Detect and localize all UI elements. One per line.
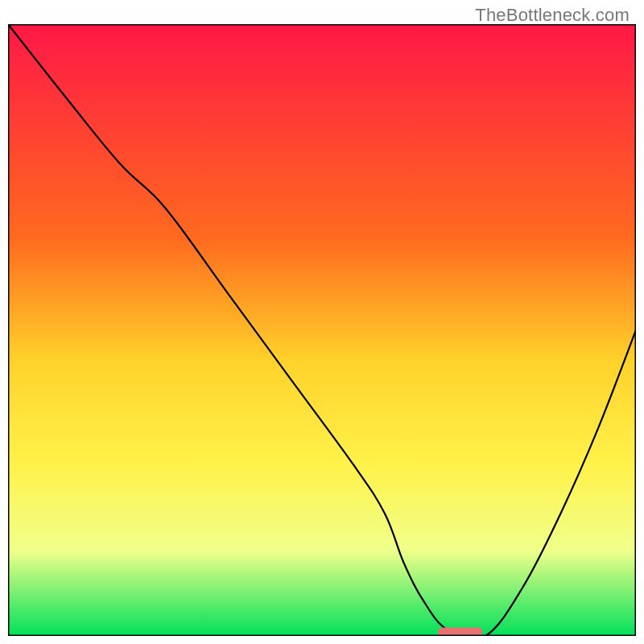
bottleneck-chart <box>8 24 636 636</box>
attribution-label: TheBottleneck.com <box>475 5 630 26</box>
plot-area <box>8 24 636 636</box>
gradient-background <box>8 24 636 636</box>
chart-frame: TheBottleneck.com <box>0 0 644 644</box>
